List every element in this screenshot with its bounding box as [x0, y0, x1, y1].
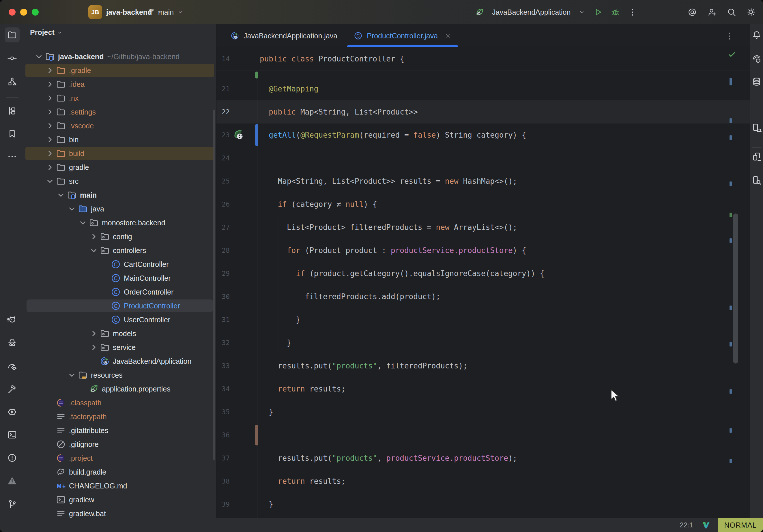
chevron-down-icon[interactable] [88, 245, 100, 256]
services-icon[interactable] [7, 407, 17, 417]
chevron-right-icon[interactable] [44, 134, 56, 146]
tree-item--gitignore[interactable]: .gitignore [24, 437, 216, 451]
tree-item-bin[interactable]: bin [24, 133, 216, 147]
debug-button[interactable] [610, 7, 620, 17]
tree-item-monostore-backend[interactable]: monostore.backend [24, 216, 216, 230]
tree-item--project[interactable]: .project [24, 451, 216, 465]
tree-item-build-gradle[interactable]: build.gradle [24, 465, 216, 479]
tree-item-config[interactable]: config [24, 230, 216, 244]
code-line-27[interactable]: 27 List<Product> filteredProducts = new … [216, 216, 750, 239]
tree-item-ordercontroller[interactable]: COrderController [24, 285, 216, 299]
commit-icon[interactable] [7, 53, 17, 63]
code-line-23[interactable]: 23 getAll(@RequestParam(required = false… [216, 124, 750, 147]
chevron-down-icon[interactable] [578, 8, 586, 16]
rest-endpoint-icon[interactable] [233, 129, 244, 141]
tree-item-usercontroller[interactable]: CUserController [24, 313, 216, 327]
close-tab-icon[interactable] [444, 32, 452, 40]
code-line-28[interactable]: 28 for (Product product : productService… [216, 239, 750, 262]
more-tool-windows-icon[interactable] [7, 152, 17, 162]
code-line-36[interactable]: 36 [216, 424, 750, 447]
code-line-34[interactable]: 34 return results; [216, 377, 750, 400]
code-line-35[interactable]: 35 } [216, 400, 750, 424]
chevron-right-icon[interactable] [44, 64, 56, 76]
code-with-me-icon[interactable] [707, 7, 717, 17]
terminal-icon[interactable] [7, 430, 17, 440]
chevron-right-icon[interactable] [44, 148, 56, 159]
tree-item-productcontroller[interactable]: CProductController [24, 299, 216, 313]
tree-item-src[interactable]: src [24, 174, 216, 188]
tree-item-java[interactable]: java [24, 202, 216, 216]
tree-item-changelog-md[interactable]: MCHANGELOG.md [24, 479, 216, 493]
hierarchy-icon[interactable] [7, 106, 17, 116]
tree-item--idea[interactable]: .idea [24, 77, 216, 91]
chevron-right-icon[interactable] [44, 106, 56, 118]
tree-item-gradlew[interactable]: gradlew [24, 493, 216, 507]
chevron-down-icon[interactable] [44, 175, 56, 187]
code-line-26[interactable]: 26 if (category ≠ null) { [216, 193, 750, 216]
notifications-bell-icon[interactable] [751, 30, 762, 40]
database-icon[interactable] [751, 76, 762, 87]
project-panel-header[interactable]: Project [30, 28, 63, 37]
sticky-code-line[interactable]: 14public class ProductController { [216, 47, 750, 70]
ai-chat-icon[interactable] [687, 7, 697, 17]
code-line-25[interactable]: 25 Map<String, List<Product>> results = … [216, 170, 750, 193]
ideavim-icon[interactable] [702, 521, 710, 529]
device-manager-icon[interactable] [751, 152, 762, 162]
chevron-right-icon[interactable] [44, 78, 56, 90]
branch-widget[interactable]: main [147, 0, 184, 24]
chevron-down-icon[interactable] [33, 51, 45, 62]
minimize-button[interactable] [20, 9, 27, 16]
code-line-33[interactable]: 33 results.put("products", filteredProdu… [216, 354, 750, 377]
tree-scrollbar[interactable] [213, 110, 215, 460]
warning-triangle-icon[interactable] [7, 476, 17, 486]
code-line-29[interactable]: 29 if (product.getCategory().equalsIgnor… [216, 262, 750, 285]
tree-item-java-backend[interactable]: java-backend~/Github/java-backend [24, 50, 216, 63]
structure-icon[interactable] [7, 76, 17, 87]
code-line-21[interactable]: 21 @GetMapping [216, 77, 750, 100]
code-line-24[interactable]: 24 [216, 147, 750, 170]
git-icon[interactable] [7, 499, 17, 509]
zoom-button[interactable] [32, 9, 39, 16]
gradle-icon[interactable] [751, 99, 762, 109]
chevron-down-icon[interactable] [66, 369, 78, 381]
chevron-down-icon[interactable] [66, 203, 78, 215]
more-actions-icon[interactable] [628, 7, 637, 17]
chevron-down-icon[interactable] [77, 217, 89, 229]
tree-item-models[interactable]: models [24, 327, 216, 341]
editor-scrollbar[interactable] [733, 213, 738, 364]
code-line-38[interactable]: 38 return results; [216, 470, 750, 493]
chevron-right-icon[interactable] [44, 161, 56, 173]
tree-item-gradle[interactable]: gradle [24, 160, 216, 174]
code-editor[interactable]: 21 @GetMapping22 public Map<String, List… [216, 47, 750, 518]
tree-item-cartcontroller[interactable]: CCartController [24, 257, 216, 271]
tree-item--factorypath[interactable]: .factorypath [24, 410, 216, 424]
problems-icon[interactable] [7, 453, 17, 463]
chevron-right-icon[interactable] [44, 120, 56, 132]
tree-item--gitattributes[interactable]: .gitattributes [24, 424, 216, 437]
run-config-name[interactable]: JavaBackendApplication [492, 8, 571, 16]
build-hammer-icon[interactable] [7, 384, 17, 394]
code-line-30[interactable]: 30 filteredProducts.add(product); [216, 285, 750, 308]
chevron-right-icon[interactable] [88, 342, 100, 353]
chevron-down-icon[interactable] [55, 189, 67, 201]
tree-item-application-properties[interactable]: application.properties [24, 382, 216, 396]
project-folder-icon[interactable] [7, 30, 17, 40]
vim-mode-badge[interactable]: NORMAL [718, 518, 763, 532]
close-button[interactable] [9, 9, 16, 16]
tree-item--vscode[interactable]: .vscode [24, 119, 216, 133]
tree-item-build[interactable]: build [24, 147, 216, 160]
tree-item-gradlew-bat[interactable]: gradlew.bat [24, 507, 216, 518]
running-devices-icon[interactable] [751, 123, 762, 133]
code-line-22[interactable]: 22 public Map<String, List<Product>> [216, 100, 750, 124]
copilot-cat-icon[interactable] [7, 315, 17, 325]
caret-position[interactable]: 22:1 [680, 521, 693, 529]
code-line-39[interactable]: 39 } [216, 493, 750, 516]
profiler-icon[interactable] [7, 361, 17, 372]
incognito-icon[interactable] [7, 337, 17, 348]
code-line-37[interactable]: 37 results.put("products", productServic… [216, 447, 750, 470]
bookmarks-icon[interactable] [7, 129, 17, 139]
tab-javabackendapplication-java[interactable]: JavaBackendApplication.java [222, 24, 345, 47]
ai-assistant-icon[interactable] [751, 53, 762, 64]
chevron-right-icon[interactable] [88, 231, 100, 242]
code-line-31[interactable]: 31 } [216, 308, 750, 331]
